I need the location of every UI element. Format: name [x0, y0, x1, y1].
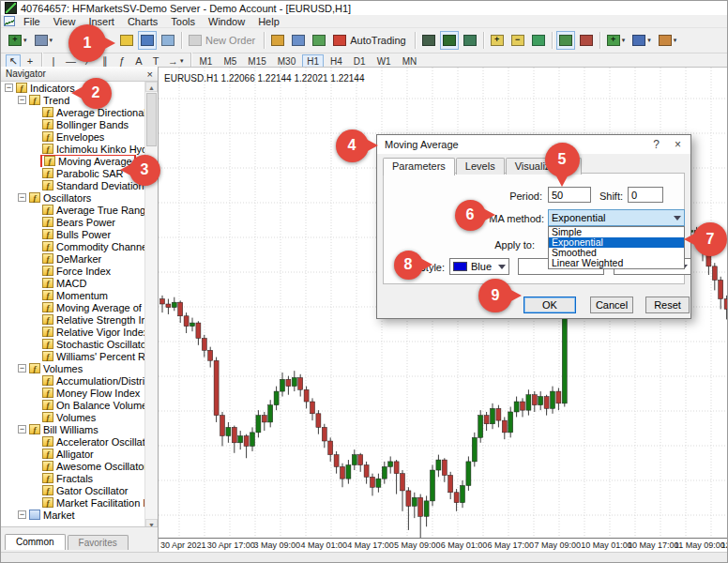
tree-expand-icon[interactable]: − — [18, 96, 26, 104]
style-color-combobox[interactable]: Blue — [449, 258, 509, 275]
tree-expand-icon[interactable]: − — [18, 425, 26, 434]
text-tool-button[interactable]: A — [131, 54, 146, 68]
navigator-close-icon[interactable]: × — [147, 69, 153, 79]
menu-charts[interactable]: Charts — [121, 16, 164, 27]
data-window-button[interactable] — [159, 31, 177, 50]
tree-item-accumulation-distri[interactable]: fAccumulation/Distri — [1, 374, 145, 387]
dialog-close-icon[interactable]: × — [675, 138, 681, 151]
new-chart-button[interactable]: +▾ — [6, 31, 30, 50]
profiles-button[interactable]: ▾ — [32, 31, 56, 50]
bar-chart-button[interactable] — [419, 31, 438, 50]
metaeditor-button[interactable] — [289, 31, 308, 50]
candlestick-chart-button[interactable] — [440, 31, 459, 50]
tree-item-on-balance-volume[interactable]: fOn Balance Volume — [1, 399, 145, 411]
periods-button[interactable]: ▾ — [629, 31, 654, 50]
fibonacci-tool-button[interactable]: ƒ — [114, 54, 129, 68]
tree-item-relative-vigor-index[interactable]: fRelative Vigor Index — [1, 326, 145, 338]
tree-item-accelerator-oscillato[interactable]: fAccelerator Oscillato — [1, 435, 145, 448]
ma-method-combobox[interactable]: Exponential — [548, 209, 685, 226]
tree-expand-icon[interactable]: − — [5, 84, 13, 92]
dialog-help-button[interactable]: ? — [653, 138, 660, 151]
timeframe-m15[interactable]: M15 — [243, 54, 270, 68]
tree-item-stochastic-oscillator[interactable]: fStochastic Oscillator — [1, 338, 145, 350]
tree-expand-icon[interactable]: − — [18, 364, 26, 373]
timeframe-m1[interactable]: M1 — [195, 54, 218, 68]
tree-item-envelopes[interactable]: fEnvelopes — [1, 130, 145, 143]
zoom-in-button[interactable]: + — [488, 31, 507, 50]
menu-tools[interactable]: Tools — [164, 16, 202, 27]
new-order-button[interactable]: New Order — [186, 31, 260, 50]
reset-button[interactable]: Reset — [645, 297, 690, 313]
timeframe-h4[interactable]: H4 — [326, 54, 347, 68]
tree-item-bears-power[interactable]: fBears Power — [1, 216, 145, 228]
tree-item-force-index[interactable]: fForce Index — [1, 265, 145, 277]
tree-item-oscillators[interactable]: −fOscillators — [1, 191, 145, 204]
tree-item-demarker[interactable]: fDeMarker — [1, 252, 145, 265]
tree-item-bollinger-bands[interactable]: fBollinger Bands — [1, 118, 145, 130]
tree-item-volumes[interactable]: −fVolumes — [1, 362, 145, 374]
timeframe-mn[interactable]: MN — [398, 54, 422, 68]
tree-item-bill-williams[interactable]: −fBill Williams — [1, 423, 145, 435]
scroll-up-icon[interactable]: ▲ — [145, 82, 158, 92]
tree-item-williams-percent-ra[interactable]: fWilliams' Percent Ra — [1, 350, 145, 362]
tree-item-awesome-oscillator[interactable]: fAwesome Oscillator — [1, 460, 145, 472]
chart-shift-button[interactable] — [577, 31, 596, 50]
tree-item-volumes[interactable]: fVolumes — [1, 411, 145, 423]
time-axis[interactable]: 30 Apr 202130 Apr 17:003 May 09:004 May … — [159, 538, 727, 552]
timeframe-w1[interactable]: W1 — [372, 54, 396, 68]
indicators-add-button[interactable]: +▾ — [604, 31, 629, 50]
timeframe-m5[interactable]: M5 — [219, 54, 241, 68]
tab-parameters[interactable]: Parameters — [383, 158, 455, 175]
text-label-tool-button[interactable]: T — [148, 54, 163, 68]
tab-levels[interactable]: Levels — [456, 158, 505, 175]
menu-file[interactable]: File — [17, 16, 47, 27]
shift-input[interactable] — [628, 187, 663, 203]
menu-help[interactable]: Help — [251, 16, 286, 27]
tree-item-relative-strength-ind[interactable]: fRelative Strength Ind — [1, 313, 145, 326]
tree-item-moving-average-of-c[interactable]: fMoving Average of C — [1, 301, 145, 313]
cancel-button[interactable]: Cancel — [590, 297, 633, 313]
tree-item-fractals[interactable]: fFractals — [1, 472, 145, 484]
period-input[interactable] — [548, 187, 591, 203]
timeframe-d1[interactable]: D1 — [349, 54, 371, 68]
arrows-tool-button[interactable]: →▾ — [165, 54, 187, 68]
tile-windows-button[interactable] — [529, 31, 548, 50]
tree-expand-icon[interactable]: − — [18, 510, 26, 519]
tree-item-average-true-range[interactable]: fAverage True Range — [1, 204, 145, 216]
tree-item-gator-oscillator[interactable]: fGator Oscillator — [1, 484, 145, 496]
tree-item-ichimoku-kinko-hyo[interactable]: fIchimoku Kinko Hyo — [1, 143, 145, 155]
zoom-out-button[interactable]: − — [508, 31, 527, 50]
tree-item-money-flow-index[interactable]: fMoney Flow Index — [1, 387, 145, 399]
expert-advisors-button[interactable] — [268, 31, 287, 50]
crosshair-tool-button[interactable]: + — [23, 54, 38, 68]
tree-expand-icon[interactable]: − — [18, 193, 26, 202]
scrollbar-thumb[interactable] — [146, 93, 157, 146]
market-watch-button[interactable] — [117, 31, 136, 50]
vertical-line-tool-button[interactable]: | — [46, 54, 61, 68]
sounds-button[interactable] — [310, 31, 328, 50]
navigator-toggle-button[interactable] — [138, 31, 157, 50]
tree-item-macd[interactable]: fMACD — [1, 277, 145, 289]
tab-favorites[interactable]: Favorites — [68, 535, 129, 550]
tree-item-bulls-power[interactable]: fBulls Power — [1, 228, 145, 240]
timeframe-h1[interactable]: H1 — [302, 54, 324, 68]
tree-item-alligator[interactable]: fAlligator — [1, 448, 145, 460]
navigator-scrollbar[interactable]: ▲ ▼ — [144, 82, 158, 529]
menu-window[interactable]: Window — [202, 16, 251, 27]
ok-button[interactable]: OK — [523, 297, 576, 313]
ma-method-option-linear-weighted[interactable]: Linear Weighted — [549, 258, 684, 268]
menu-view[interactable]: View — [47, 16, 83, 27]
line-chart-button[interactable] — [461, 31, 479, 50]
timeframe-m30[interactable]: M30 — [273, 54, 300, 68]
templates-button[interactable]: ▾ — [656, 31, 680, 50]
tree-item-standard-deviation[interactable]: fStandard Deviation — [1, 179, 145, 191]
tree-item-average-directional-i[interactable]: fAverage Directional I — [1, 106, 145, 118]
auto-scroll-button[interactable] — [556, 31, 575, 50]
tree-item-commodity-channe[interactable]: fCommodity Channe — [1, 240, 145, 252]
tab-common[interactable]: Common — [5, 534, 66, 550]
tree-item-momentum[interactable]: fMomentum — [1, 289, 145, 301]
tree-item-market-facilitation-ir[interactable]: fMarket Facilitation Ir — [1, 496, 145, 509]
cursor-tool-button[interactable]: ↖ — [6, 54, 21, 68]
autotrading-button[interactable]: AutoTrading — [330, 31, 411, 50]
tree-item-market[interactable]: −Market — [1, 509, 145, 521]
